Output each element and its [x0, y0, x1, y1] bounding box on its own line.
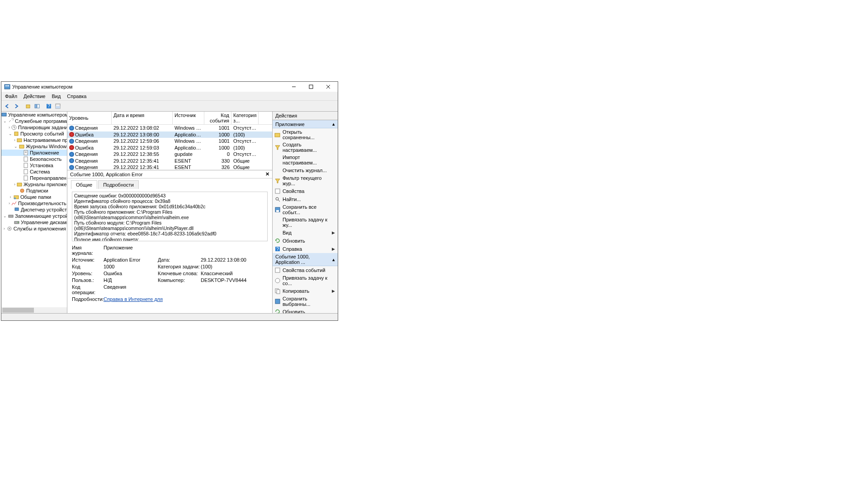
folder-icon [19, 144, 24, 149]
tree-disk-mgmt[interactable]: Управление дисками [21, 220, 67, 225]
forward-button[interactable] [12, 102, 20, 110]
event-row[interactable]: Сведения29.12.2022 12:38:55gupdate0Отсут… [67, 151, 272, 158]
actions-section-event[interactable]: Событие 1000, Application ...▴ [273, 253, 338, 266]
action-attach-task-log[interactable]: Привязать задачу к жу... [273, 216, 338, 229]
folder-icon [17, 137, 22, 143]
window-title: Управление компьютером [12, 84, 72, 89]
tree-root[interactable]: Управление компьютером (л [8, 112, 67, 117]
action-help[interactable]: ?Справка▶ [273, 245, 338, 253]
expander-icon[interactable]: › [9, 201, 10, 206]
expander-icon[interactable]: ⌄ [3, 214, 7, 218]
svg-text:?: ? [276, 246, 279, 252]
expander-icon[interactable]: › [3, 226, 5, 231]
event-row[interactable]: Сведения29.12.2022 13:08:02Windows Err..… [67, 125, 272, 131]
properties-icon [274, 188, 281, 194]
detail-close-button[interactable]: ✕ [265, 171, 269, 177]
tree-storage[interactable]: Запоминающие устройс [15, 213, 67, 219]
tree-application[interactable]: Приложение [30, 150, 59, 155]
action-copy[interactable]: Копировать▶ [273, 287, 338, 295]
tree-device-manager[interactable]: Диспетчер устройств [21, 207, 67, 212]
online-help-link[interactable]: Справка в Интернете для [104, 296, 268, 302]
expander-icon[interactable]: ⌄ [9, 131, 12, 136]
action-save-selected[interactable]: Сохранить выбранны... [273, 295, 338, 308]
svg-rect-25 [24, 176, 28, 180]
tab-general[interactable]: Общие [71, 180, 97, 189]
actions-section-application[interactable]: Приложение▴ [273, 120, 338, 128]
event-list-body[interactable]: Сведения29.12.2022 13:08:02Windows Err..… [67, 125, 272, 170]
svg-rect-4 [309, 85, 313, 89]
tree-subscriptions[interactable]: Подписки [26, 188, 48, 193]
tree-task-scheduler[interactable]: Планировщик заданий [18, 125, 67, 130]
expander-icon[interactable]: › [9, 195, 12, 199]
action-attach-task-event[interactable]: Привязать задачу к со... [273, 274, 338, 287]
event-row[interactable]: Ошибка29.12.2022 13:08:00Application ...… [67, 131, 272, 138]
tree-services-apps[interactable]: Службы и приложения [14, 226, 66, 231]
event-row[interactable]: Сведения29.12.2022 12:35:41ESENT326Общие [67, 164, 272, 170]
svg-rect-22 [24, 157, 28, 161]
expander-icon[interactable]: ⌄ [14, 144, 18, 149]
event-row[interactable]: Сведения29.12.2022 12:35:41ESENT330Общие [67, 158, 272, 164]
tree-event-viewer[interactable]: Просмотр событий [20, 131, 64, 136]
expander-icon[interactable]: ⌄ [3, 119, 7, 123]
tree-system-tools[interactable]: Служебные программы [15, 118, 67, 124]
action-refresh[interactable]: Обновить [273, 237, 338, 245]
action-create-custom[interactable]: Создать настраиваем... [273, 141, 338, 154]
back-button[interactable] [3, 102, 11, 110]
col-date[interactable]: Дата и время [112, 112, 173, 124]
refresh-icon [274, 238, 281, 244]
menu-file[interactable]: Файл [5, 94, 17, 99]
tree-windows-logs[interactable]: Журналы Windows [26, 144, 67, 149]
close-button[interactable] [320, 82, 337, 91]
menu-help[interactable]: Справка [67, 94, 86, 99]
tree-apps-services[interactable]: Журналы приложе [24, 182, 66, 187]
info-icon [69, 152, 74, 157]
svg-rect-9 [37, 104, 39, 108]
event-list-header[interactable]: Уровень Дата и время Источник Код событи… [67, 112, 272, 125]
tree-performance[interactable]: Производительность [18, 201, 66, 206]
action-import-custom[interactable]: Импорт настраиваем... [273, 154, 338, 166]
minimize-button[interactable] [285, 82, 302, 91]
expander-icon[interactable]: › [14, 138, 15, 142]
help-button[interactable]: ? [45, 102, 53, 110]
up-button[interactable] [24, 102, 32, 110]
action-event-properties[interactable]: Свойства событий [273, 266, 338, 274]
action-clear-log[interactable]: Очистить журнал... [273, 166, 338, 174]
action-refresh-event[interactable]: Обновить [273, 308, 338, 313]
detail-description[interactable]: Смещение ошибки: 0x0000000000d96543 Иден… [72, 192, 268, 241]
event-row[interactable]: Ошибка29.12.2022 12:59:03Application ...… [67, 145, 272, 151]
attach-icon [274, 277, 281, 284]
show-hide-tree-button[interactable] [33, 102, 41, 110]
svg-rect-48 [275, 299, 280, 304]
tab-details[interactable]: Подробности [98, 180, 139, 189]
tree-setup[interactable]: Установка [30, 163, 53, 168]
toolbar: ? [1, 101, 338, 112]
expander-icon[interactable]: › [14, 182, 15, 187]
action-properties[interactable]: Свойства [273, 187, 338, 195]
maximize-button[interactable] [302, 82, 320, 91]
tree-h-scrollbar[interactable] [1, 307, 67, 313]
col-level[interactable]: Уровень [67, 112, 112, 124]
event-row[interactable]: Сведения29.12.2022 12:59:06Windows Err..… [67, 138, 272, 145]
menu-view[interactable]: Вид [52, 94, 61, 99]
save-icon [274, 298, 281, 305]
tree-security[interactable]: Безопасность [30, 156, 61, 162]
action-open-saved[interactable]: Открыть сохраненны... [273, 128, 338, 141]
shared-folders-icon [14, 194, 19, 200]
action-view[interactable]: Вид▶ [273, 229, 338, 237]
col-id[interactable]: Код события [204, 112, 231, 124]
col-category[interactable]: Категория з... [231, 112, 259, 124]
tree-shared-folders[interactable]: Общие папки [20, 194, 51, 200]
action-save-all[interactable]: Сохранить все событ... [273, 203, 338, 216]
preview-button[interactable] [54, 102, 62, 110]
navigation-tree[interactable]: Управление компьютером (л ⌄Служебные про… [1, 112, 67, 313]
computer-icon [1, 112, 7, 117]
menu-action[interactable]: Действие [24, 94, 45, 99]
tree-custom-views[interactable]: Настраиваемые пр [24, 137, 67, 143]
help-icon: ? [274, 246, 281, 252]
tree-system[interactable]: Система [30, 169, 50, 174]
expander-icon[interactable]: › [9, 125, 10, 130]
tree-forwarded[interactable]: Перенаправлен [30, 175, 66, 181]
action-filter-log[interactable]: Фильтр текущего жур... [273, 174, 338, 187]
col-source[interactable]: Источник [173, 112, 204, 124]
action-find[interactable]: Найти... [273, 195, 338, 203]
